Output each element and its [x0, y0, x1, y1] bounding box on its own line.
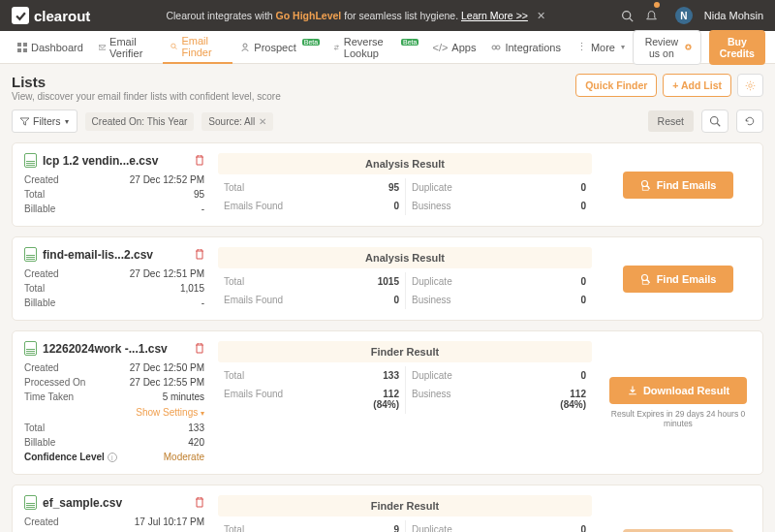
- download-result-button[interactable]: Download Result: [609, 377, 747, 404]
- page-title: Lists: [12, 74, 281, 90]
- result-header: Analysis Result: [218, 247, 592, 268]
- svg-point-0: [622, 11, 630, 18]
- file-name[interactable]: Icp 1.2 vendin...e.csv: [43, 154, 158, 168]
- logo[interactable]: clearout: [12, 7, 90, 24]
- show-settings-link[interactable]: Show Settings ▾: [24, 407, 204, 418]
- svg-rect-3: [23, 43, 27, 47]
- svg-rect-2: [17, 43, 21, 47]
- nav-dashboard[interactable]: Dashboard: [10, 31, 91, 64]
- reset-button[interactable]: Reset: [648, 110, 694, 132]
- filter-chip-source[interactable]: Source: All✕: [202, 112, 273, 131]
- review-button[interactable]: Review us on: [633, 30, 701, 65]
- find-emails-button[interactable]: Find Emails: [623, 266, 734, 293]
- svg-point-13: [749, 83, 752, 86]
- svg-point-10: [492, 46, 496, 49]
- buy-credits-button[interactable]: Buy Credits: [709, 30, 765, 65]
- filters-button[interactable]: Filters▾: [12, 110, 78, 133]
- expire-note: Result Expires in 29 days 24 hours 0 min…: [605, 409, 751, 428]
- svg-point-19: [641, 274, 647, 280]
- trash-icon[interactable]: [195, 497, 204, 508]
- svg-point-16: [641, 180, 647, 186]
- svg-rect-5: [23, 48, 27, 52]
- page-subtitle: View, discover your email finder lists w…: [12, 91, 281, 102]
- list-card: 12262024work -...1.csv Created27 Dec 12:…: [12, 330, 763, 475]
- file-name[interactable]: ef_sample.csv: [43, 496, 122, 510]
- list-card: Icp 1.2 vendin...e.csv Created27 Dec 12:…: [12, 142, 763, 227]
- trash-icon[interactable]: [195, 155, 204, 166]
- result-grid: Total1015 Duplicate0 Emails Found0 Busin…: [218, 272, 592, 309]
- result-header: Finder Result: [218, 341, 592, 362]
- topbar: clearout Clearout integrates with Go Hig…: [0, 0, 775, 31]
- nav-prospect[interactable]: ProspectBeta: [232, 31, 326, 64]
- filter-chip-created[interactable]: Created On: This Year: [85, 112, 195, 131]
- file-icon: [24, 495, 37, 510]
- svg-point-9: [243, 44, 247, 47]
- search-list-icon[interactable]: [701, 110, 728, 133]
- file-name[interactable]: find-email-lis...2.csv: [43, 248, 153, 262]
- result-grid: Total133 Duplicate0 Emails Found112 (84%…: [218, 366, 592, 414]
- file-icon: [24, 153, 37, 168]
- result-header: Analysis Result: [218, 153, 592, 174]
- settings-icon[interactable]: [737, 74, 763, 97]
- username[interactable]: Nida Mohsin: [704, 10, 763, 21]
- result-expired-button: Result Expired: [623, 529, 732, 533]
- nav-apps[interactable]: </>Apps: [424, 31, 483, 64]
- result-grid: Total95 Duplicate0 Emails Found0 Busines…: [218, 178, 592, 215]
- file-name[interactable]: 12262024work -...1.csv: [43, 342, 168, 356]
- chip-close-icon[interactable]: ✕: [259, 116, 266, 127]
- navbar: Dashboard Email Verifier Email Finder Pr…: [0, 31, 775, 64]
- file-icon: [24, 341, 37, 356]
- nav-more[interactable]: ⋮More▾: [569, 31, 633, 64]
- close-icon[interactable]: ✕: [537, 10, 545, 21]
- trash-icon[interactable]: [195, 249, 204, 260]
- svg-rect-4: [17, 48, 21, 52]
- nav-email-verifier[interactable]: Email Verifier: [91, 31, 163, 64]
- result-header: Finder Result: [218, 495, 592, 516]
- list-card: find-email-lis...2.csv Created27 Dec 12:…: [12, 236, 763, 321]
- avatar[interactable]: N: [675, 7, 693, 24]
- logo-text: clearout: [34, 8, 90, 24]
- nav-integrations[interactable]: Integrations: [483, 31, 568, 64]
- find-emails-button[interactable]: Find Emails: [623, 172, 734, 199]
- list-card: ef_sample.csv Created17 Jul 10:17 PMProc…: [12, 485, 763, 532]
- trash-icon[interactable]: [195, 343, 204, 354]
- svg-point-11: [496, 46, 500, 49]
- svg-line-15: [717, 123, 720, 126]
- search-icon[interactable]: [621, 10, 634, 22]
- nav-email-finder[interactable]: Email Finder: [163, 31, 232, 64]
- quick-finder-button[interactable]: Quick Finder: [575, 74, 657, 97]
- svg-line-8: [175, 47, 177, 48]
- logo-icon: [12, 7, 29, 24]
- svg-line-1: [630, 17, 633, 20]
- svg-point-14: [711, 117, 719, 125]
- refresh-icon[interactable]: [736, 110, 763, 133]
- nav-reverse-lookup[interactable]: Reverse LookupBeta: [326, 31, 424, 64]
- result-grid: Total9 Duplicate0 Emails Found7 (78%) Bu…: [218, 520, 592, 532]
- notifications-icon[interactable]: [645, 10, 664, 22]
- announce-link[interactable]: Learn More >>: [461, 10, 528, 21]
- announcement-bar: Clearout integrates with Go HighLevel fo…: [90, 10, 621, 21]
- file-icon: [24, 247, 37, 262]
- add-list-button[interactable]: + Add List: [663, 74, 731, 97]
